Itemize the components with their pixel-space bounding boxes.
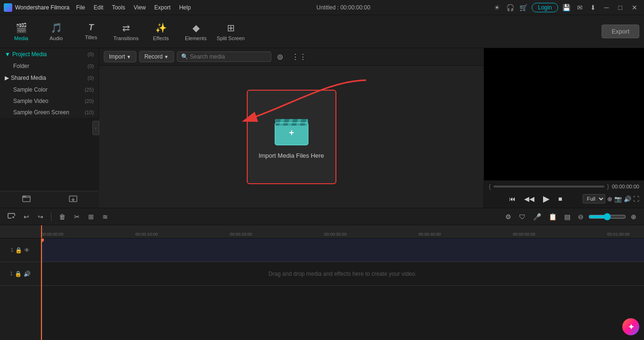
undo-button[interactable]: ↩ [21,212,32,221]
sidebar-project-media[interactable]: ▼ Project Media (0) [0,48,99,60]
ruler-mark-2: 00:00:20:00 [230,232,324,238]
settings-icon-btn[interactable]: ⚙ [502,212,514,221]
ruler-mark-6: 00:01:00:00 [607,232,644,238]
audio-adjust-button[interactable]: ≋ [100,212,111,221]
stop-button[interactable]: ■ [556,194,564,204]
app-body: ▼ Project Media (0) Folder (0) ▶ Shared … [0,48,644,340]
play-button[interactable]: ▶ [541,193,552,205]
menu-export[interactable]: Export [151,3,175,12]
sidebar-item-sample-video[interactable]: Sample Video (20) [0,95,99,107]
tab-transitions[interactable]: ⇄ Transitions [109,17,142,46]
bracket-left: { [489,183,491,190]
drag-drop-track: Drag and drop media and effects here to … [41,262,644,286]
menu-tools[interactable]: Tools [108,3,129,12]
search-icon: 🔍 [181,53,188,60]
folder-label: Folder [13,63,29,69]
redo-button[interactable]: ↪ [35,212,46,221]
shared-media-count: (0) [88,75,94,81]
track2-mute-button[interactable]: 🔊 [24,271,31,277]
close-button[interactable]: ✕ [629,4,640,11]
preview-timecode: 00:00:00:00 [612,184,639,189]
sidebar-shared-media[interactable]: ▶ Shared Media (0) [0,72,99,84]
content-area: ▼ Project Media (0) Folder (0) ▶ Shared … [0,48,644,208]
tab-effects-label: Effects [153,35,168,41]
headphone-icon[interactable]: 🎧 [505,3,515,12]
skip-back-button[interactable]: ⏮ [507,194,518,204]
theme-icon[interactable]: ☀ [492,3,502,12]
media-icon: 🎬 [16,22,27,34]
zoom-in-btn[interactable]: ⊕ [628,212,639,221]
add-folder-button[interactable] [22,194,31,205]
nav-bar: 🎬 Media 🎵 Audio T Titles ⇄ Transitions ✨… [0,15,644,48]
menu-view[interactable]: View [130,3,150,12]
zoom-slider[interactable] [588,213,626,221]
sidebar-collapse-handle[interactable]: ‹ [92,121,99,135]
tab-split-screen[interactable]: ⊞ Split Screen [214,17,247,46]
sidebar-item-folder[interactable]: Folder (0) [0,60,99,72]
track1-eye-button[interactable]: 👁 [24,247,30,254]
tab-audio-label: Audio [50,35,63,41]
mail-icon[interactable]: ✉ [575,3,585,12]
quality-select[interactable]: Full [583,194,605,204]
login-button[interactable]: Login [532,3,558,12]
timeline-content: 1 🔒 👁 1 🔒 🔊 [0,238,644,340]
maximize-button[interactable]: □ [616,4,625,11]
sidebar: ▼ Project Media (0) Folder (0) ▶ Shared … [0,48,99,118]
fullscreen-button[interactable]: ⛶ [633,196,639,203]
audio-track-area [41,286,644,309]
playback-controls: ⏮ ◀◀ ▶ ■ [489,193,583,205]
preview-extra-controls: ⊕ 📷 🔊 ⛶ [607,196,639,203]
record-button[interactable]: Record ▼ [139,51,174,62]
adjust-button[interactable]: ⊞ [85,212,97,221]
import-dropdown-icon: ▼ [126,54,131,60]
zoom-out-btn[interactable]: ⊖ [575,212,586,221]
media-panel: Import ▼ Record ▼ 🔍 ⊜ ⋮⋮ [99,48,484,208]
sample-color-label: Sample Color [13,86,48,93]
track2-lock-button[interactable]: 🔒 [15,271,22,277]
tab-media-label: Media [14,35,28,41]
snapshot-button[interactable]: 📷 [614,196,622,203]
tab-effects[interactable]: ✨ Effects [144,17,177,46]
project-media-count: (0) [88,51,94,57]
preview-controls: { } 00:00:00:00 ⏮ ◀◀ ▶ ■ [484,180,644,208]
ruler-mark-3: 00:00:30:00 [324,232,418,238]
sidebar-item-sample-color[interactable]: Sample Color (25) [0,84,99,95]
app-logo [4,3,12,12]
minimize-button[interactable]: ─ [602,4,612,11]
subtitle-btn[interactable]: ▤ [561,212,573,221]
tab-audio[interactable]: 🎵 Audio [40,17,73,46]
menu-help[interactable]: Help [176,3,195,12]
download-icon[interactable]: ⬇ [588,3,598,12]
menu-edit[interactable]: Edit [90,3,108,12]
cut-button[interactable]: ✂ [71,212,83,221]
sidebar-item-sample-green-screen[interactable]: Sample Green Screen (10) [0,107,99,118]
tab-titles[interactable]: T Titles [75,17,108,46]
export-button[interactable]: Export [602,25,639,38]
save-icon[interactable]: 💾 [562,3,571,12]
volume-button[interactable]: 🔊 [624,196,631,203]
wondershare-logo[interactable]: ✦ [622,318,639,335]
tab-elements[interactable]: ◆ Elements [179,17,212,46]
menu-file[interactable]: File [72,3,89,12]
delete-button[interactable]: 🗑 [56,212,68,221]
grid-view-button[interactable]: ⋮⋮ [289,51,309,62]
mic-btn[interactable]: 🎤 [530,212,544,221]
filter-button[interactable]: ⊜ [274,51,286,62]
shield-btn[interactable]: 🛡 [516,212,528,221]
separator [51,212,51,221]
preview-panel: { } 00:00:00:00 ⏮ ◀◀ ▶ ■ [484,48,644,208]
frame-back-button[interactable]: ◀◀ [522,194,536,204]
track1-lock-button[interactable]: 🔒 [15,247,22,254]
add-to-timeline-button[interactable]: ⊕ [607,196,612,203]
cart-icon[interactable]: 🛒 [519,3,528,12]
import-to-folder-button[interactable] [69,194,77,205]
sample-green-screen-label: Sample Green Screen [13,109,69,116]
add-media-button[interactable] [5,211,18,222]
search-input[interactable] [190,53,267,60]
import-button[interactable]: Import ▼ [104,51,136,62]
transcript-btn[interactable]: 📋 [546,212,560,221]
preview-screen [484,48,644,180]
preview-progress-bar[interactable] [493,186,604,187]
sidebar-bottom [0,191,99,208]
tab-media[interactable]: 🎬 Media [5,17,38,46]
